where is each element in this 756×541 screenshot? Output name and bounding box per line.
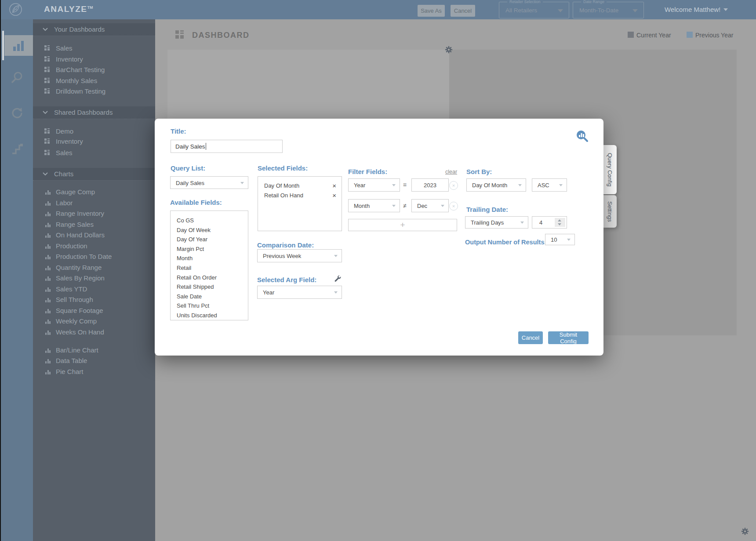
output-results-label: Output Number of Results: — [465, 236, 546, 248]
dashboard-grid-icon — [44, 45, 50, 51]
bar-chart-icon[interactable] — [11, 39, 25, 53]
filter-2-operator: ≠ — [400, 199, 409, 212]
selected-arg-field-dropdown[interactable]: Year — [257, 286, 342, 299]
sidebar-item-sell-through[interactable]: Sell Through — [33, 295, 155, 304]
sidebar-item-pie-chart[interactable]: Pie Chart — [33, 367, 155, 376]
sidebar-item-on-hand-dollars[interactable]: On Hand Dollars — [33, 231, 155, 240]
sidebar-item-sales-by-region[interactable]: Sales By Region — [33, 274, 155, 283]
selected-arg-field-label: Selected Arg Field: — [257, 276, 316, 283]
sidebar-item-inventory[interactable]: Inventory — [33, 55, 155, 64]
wrench-icon[interactable] — [334, 275, 341, 282]
mini-bar-chart-icon — [45, 298, 51, 302]
chevron-down-icon — [723, 8, 728, 11]
trailing-value-stepper[interactable]: 4 — [532, 216, 567, 229]
brand-leaf-logo-icon — [9, 3, 22, 16]
sidebar-item-data-table[interactable]: Data Table — [33, 356, 155, 365]
dashboard-grid-icon — [44, 128, 50, 134]
sidebar-item-weekly-comp[interactable]: Weekly Comp — [33, 317, 155, 326]
remove-filter-icon[interactable]: × — [449, 202, 458, 211]
remove-filter-icon[interactable]: × — [449, 181, 458, 190]
chevron-down-icon — [334, 255, 338, 257]
list-item[interactable]: Month — [171, 254, 248, 263]
clear-filters-link[interactable]: clear — [445, 169, 457, 175]
selected-field-row[interactable]: Retail On Hand × — [258, 190, 342, 200]
sidebar-item-square-footage[interactable]: Square Footage — [33, 306, 155, 315]
dashboard-grid-icon — [44, 88, 50, 94]
sidebar-item-demo[interactable]: Demo — [33, 127, 155, 136]
list-item[interactable]: Day Of Week — [171, 225, 248, 235]
refresh-icon[interactable] — [10, 106, 24, 120]
sidebar-item-production-to-date[interactable]: Production To Date — [33, 252, 155, 261]
tab-settings[interactable]: Settings — [603, 195, 617, 228]
list-item[interactable]: Retail — [171, 263, 248, 273]
date-range-dropdown[interactable]: Date Range Month-To-Date — [573, 2, 644, 18]
sidebar-item-weeks-on-hand[interactable]: Weeks On Hand — [33, 328, 155, 337]
search-icon[interactable] — [10, 71, 24, 85]
page-settings-gear-icon[interactable] — [741, 527, 749, 535]
filter-2-value-dropdown[interactable]: Dec — [411, 199, 449, 212]
list-item[interactable]: Co GS — [171, 216, 248, 225]
sidebar-item-shared-inventory[interactable]: Inventory — [33, 137, 155, 146]
output-results-dropdown[interactable]: 10 — [545, 234, 575, 245]
section-shared-dashboards[interactable]: Shared Dashboards — [33, 106, 155, 119]
sidebar-item-shared-sales[interactable]: Sales — [33, 149, 155, 157]
mini-bar-chart-icon — [45, 309, 51, 313]
retailer-selection-dropdown[interactable]: Retailer Selection All Retailers — [499, 2, 569, 18]
section-your-dashboards[interactable]: Your Dashboards — [33, 23, 155, 36]
sidebar-item-gauge-comp[interactable]: Gauge Comp — [33, 188, 155, 196]
widget-settings-gear-icon[interactable] — [445, 46, 453, 54]
list-item[interactable]: Sell Thru Pct — [171, 301, 248, 311]
cancel-button[interactable]: Cancel — [518, 331, 543, 344]
user-menu[interactable]: Welcome Matthew! — [665, 6, 728, 13]
sidebar: Your Dashboards Sales Inventory BarChart… — [33, 19, 155, 541]
topbar: ANALYZETM Save As Cancel Retailer Select… — [0, 0, 756, 19]
cancel-top-button[interactable]: Cancel — [451, 5, 475, 17]
selected-field-row[interactable]: Day Of Month × — [258, 181, 342, 190]
sidebar-item-production[interactable]: Production — [33, 242, 155, 251]
list-item[interactable]: Margin Pct — [171, 244, 248, 254]
sidebar-item-sales-ytd[interactable]: Sales YTD — [33, 285, 155, 294]
stepper-arrows[interactable] — [555, 218, 565, 227]
filter-2-field-dropdown[interactable]: Month — [348, 199, 400, 212]
list-item[interactable]: Retail Shipped — [171, 282, 248, 292]
sidebar-item-monthly-sales[interactable]: Monthly Sales — [33, 76, 155, 85]
filter-1-field-dropdown[interactable]: Year — [348, 178, 400, 192]
steps-drilldown-icon[interactable] — [10, 142, 24, 156]
title-input[interactable] — [171, 140, 283, 153]
submit-config-button[interactable]: Submit Config — [548, 331, 589, 344]
sidebar-item-range-sales[interactable]: Range Sales — [33, 220, 155, 229]
retailer-selection-legend: Retailer Selection — [507, 0, 543, 4]
list-item[interactable]: Units Discarded — [171, 311, 248, 320]
chevron-down-icon — [334, 291, 338, 294]
filter-1-operator: = — [400, 178, 409, 192]
remove-field-icon[interactable]: × — [332, 182, 336, 189]
sort-direction-dropdown[interactable]: ASC — [532, 178, 567, 192]
section-charts[interactable]: Charts — [33, 168, 155, 181]
sidebar-item-barchart-testing[interactable]: BarChart Testing — [33, 65, 155, 74]
filter-1-value-input[interactable] — [411, 178, 449, 192]
sidebar-item-labor[interactable]: Labor — [33, 199, 155, 207]
add-filter-button[interactable]: + — [348, 219, 457, 231]
chevron-down-icon — [43, 28, 48, 31]
sidebar-item-range-inventory[interactable]: Range Inventory — [33, 209, 155, 218]
list-item[interactable]: Retail On Order — [171, 273, 248, 283]
tab-query-config[interactable]: Query Config — [603, 145, 617, 194]
chart-preview-magnifier-icon[interactable] — [575, 129, 589, 143]
mini-bar-chart-icon — [45, 265, 51, 270]
sidebar-item-drilldown-testing[interactable]: Drilldown Testing — [33, 87, 155, 96]
available-fields-label: Available Fields: — [170, 199, 222, 206]
dashboard-grid-icon — [44, 138, 50, 144]
sidebar-item-quantity-range[interactable]: Quantity Range — [33, 263, 155, 272]
mini-bar-chart-icon — [45, 254, 51, 259]
query-list-dropdown[interactable]: Daily Sales — [170, 176, 248, 189]
sidebar-item-bar-line-chart[interactable]: Bar/Line Chart — [33, 346, 155, 355]
sort-field-dropdown[interactable]: Day Of Month — [466, 178, 526, 192]
list-item[interactable]: Sale Date — [171, 292, 248, 301]
list-item[interactable]: Day Of Year — [171, 235, 248, 244]
rail-active-indicator — [2, 31, 4, 60]
comparison-date-dropdown[interactable]: Previous Week — [257, 249, 342, 262]
remove-field-icon[interactable]: × — [332, 192, 336, 199]
save-as-button[interactable]: Save As — [418, 5, 445, 17]
trailing-type-dropdown[interactable]: Trailing Days — [465, 216, 528, 229]
sidebar-item-sales[interactable]: Sales — [33, 44, 155, 53]
